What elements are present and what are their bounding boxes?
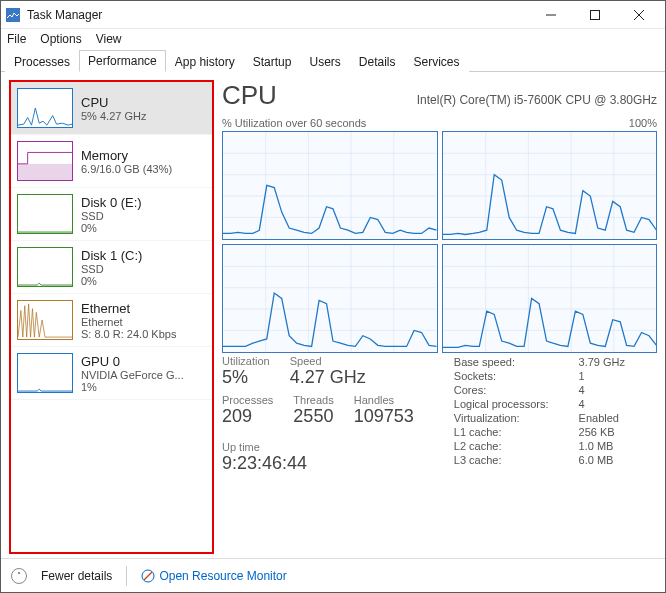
sidebar-gpu-sub1: NVIDIA GeForce G... — [81, 369, 184, 381]
core-chart-2 — [222, 244, 438, 353]
chevron-up-icon[interactable]: ˄ — [11, 568, 27, 584]
spec-val: 4 — [579, 397, 625, 411]
handles-value: 109753 — [354, 406, 414, 427]
close-button[interactable] — [617, 1, 661, 29]
svg-rect-5 — [18, 164, 72, 180]
cpu-thumb — [17, 88, 73, 128]
title-bar: Task Manager — [1, 1, 665, 29]
sidebar-eth-label: Ethernet — [81, 301, 176, 316]
sidebar-disk1-sub2: 0% — [81, 275, 142, 287]
specs-table: Base speed:3.79 GHz Sockets:1 Cores:4 Lo… — [454, 355, 625, 467]
sidebar-disk0-label: Disk 0 (E:) — [81, 195, 142, 210]
window-title: Task Manager — [27, 8, 529, 22]
svg-rect-2 — [591, 10, 600, 19]
cpu-charts — [222, 131, 657, 341]
spec-val: Enabled — [579, 411, 625, 425]
spec-key: L1 cache: — [454, 425, 579, 439]
main-panel: CPU Intel(R) Core(TM) i5-7600K CPU @ 3.8… — [222, 80, 657, 554]
sidebar-disk1-label: Disk 1 (C:) — [81, 248, 142, 263]
threads-value: 2550 — [293, 406, 333, 427]
menu-file[interactable]: File — [7, 32, 26, 46]
uptime-value: 9:23:46:44 — [222, 453, 414, 474]
sidebar-item-disk1[interactable]: Disk 1 (C:) SSD 0% — [11, 241, 212, 294]
sidebar-item-memory[interactable]: Memory 6.9/16.0 GB (43%) — [11, 135, 212, 188]
uptime-label: Up time — [222, 441, 414, 453]
handles-label: Handles — [354, 394, 414, 406]
sidebar-memory-sub: 6.9/16.0 GB (43%) — [81, 163, 172, 175]
sidebar-memory-label: Memory — [81, 148, 172, 163]
resmon-icon — [141, 569, 155, 583]
sidebar-cpu-sub: 5% 4.27 GHz — [81, 110, 146, 122]
sidebar-disk1-sub1: SSD — [81, 263, 142, 275]
spec-val: 1.0 MB — [579, 439, 625, 453]
sidebar-eth-sub2: S: 8.0 R: 24.0 Kbps — [81, 328, 176, 340]
maximize-button[interactable] — [573, 1, 617, 29]
divider — [126, 566, 127, 586]
core-chart-0 — [222, 131, 438, 240]
menu-bar: File Options View — [1, 29, 665, 49]
gpu-thumb — [17, 353, 73, 393]
processes-label: Processes — [222, 394, 273, 406]
resmon-label: Open Resource Monitor — [159, 569, 286, 583]
sidebar-gpu-sub2: 1% — [81, 381, 184, 393]
sidebar-item-cpu[interactable]: CPU 5% 4.27 GHz — [11, 82, 212, 135]
memory-thumb — [17, 141, 73, 181]
speed-label: Speed — [290, 355, 366, 367]
tab-details[interactable]: Details — [350, 51, 405, 72]
tab-bar: Processes Performance App history Startu… — [1, 49, 665, 72]
utilization-value: 5% — [222, 367, 270, 388]
sidebar-item-ethernet[interactable]: Ethernet Ethernet S: 8.0 R: 24.0 Kbps — [11, 294, 212, 347]
sidebar-cpu-label: CPU — [81, 95, 146, 110]
speed-value: 4.27 GHz — [290, 367, 366, 388]
menu-view[interactable]: View — [96, 32, 122, 46]
tab-startup[interactable]: Startup — [244, 51, 301, 72]
spec-val: 3.79 GHz — [579, 355, 625, 369]
spec-key: Sockets: — [454, 369, 579, 383]
disk1-thumb — [17, 247, 73, 287]
spec-key: L2 cache: — [454, 439, 579, 453]
spec-key: Logical processors: — [454, 397, 579, 411]
spec-key: Virtualization: — [454, 411, 579, 425]
core-chart-1 — [442, 131, 658, 240]
spec-val: 1 — [579, 369, 625, 383]
spec-key: Cores: — [454, 383, 579, 397]
tab-services[interactable]: Services — [405, 51, 469, 72]
minimize-button[interactable] — [529, 1, 573, 29]
tab-processes[interactable]: Processes — [5, 51, 79, 72]
tab-users[interactable]: Users — [300, 51, 349, 72]
processes-value: 209 — [222, 406, 273, 427]
spec-val: 4 — [579, 383, 625, 397]
page-title: CPU — [222, 80, 277, 111]
sidebar-disk0-sub2: 0% — [81, 222, 142, 234]
spec-val: 6.0 MB — [579, 453, 625, 467]
sidebar-item-gpu[interactable]: GPU 0 NVIDIA GeForce G... 1% — [11, 347, 212, 400]
tab-performance[interactable]: Performance — [79, 50, 166, 72]
spec-val: 256 KB — [579, 425, 625, 439]
sidebar-eth-sub1: Ethernet — [81, 316, 176, 328]
svg-line-40 — [144, 572, 152, 580]
spec-key: Base speed: — [454, 355, 579, 369]
threads-label: Threads — [293, 394, 333, 406]
app-icon — [5, 7, 21, 23]
disk0-thumb — [17, 194, 73, 234]
core-chart-3 — [442, 244, 658, 353]
sidebar-item-disk0[interactable]: Disk 0 (E:) SSD 0% — [11, 188, 212, 241]
spec-key: L3 cache: — [454, 453, 579, 467]
sidebar-gpu-label: GPU 0 — [81, 354, 184, 369]
fewer-details-link[interactable]: Fewer details — [41, 569, 112, 583]
footer: ˄ Fewer details Open Resource Monitor — [1, 558, 665, 592]
ethernet-thumb — [17, 300, 73, 340]
cpu-name: Intel(R) Core(TM) i5-7600K CPU @ 3.80GHz — [295, 93, 657, 107]
chart-axis-label: % Utilization over 60 seconds — [222, 117, 366, 129]
sidebar-disk0-sub1: SSD — [81, 210, 142, 222]
chart-max-label: 100% — [629, 117, 657, 129]
resource-sidebar: CPU 5% 4.27 GHz Memory 6.9/16.0 GB (43%)… — [9, 80, 214, 554]
menu-options[interactable]: Options — [40, 32, 81, 46]
utilization-label: Utilization — [222, 355, 270, 367]
open-resource-monitor-link[interactable]: Open Resource Monitor — [141, 569, 286, 583]
tab-app-history[interactable]: App history — [166, 51, 244, 72]
